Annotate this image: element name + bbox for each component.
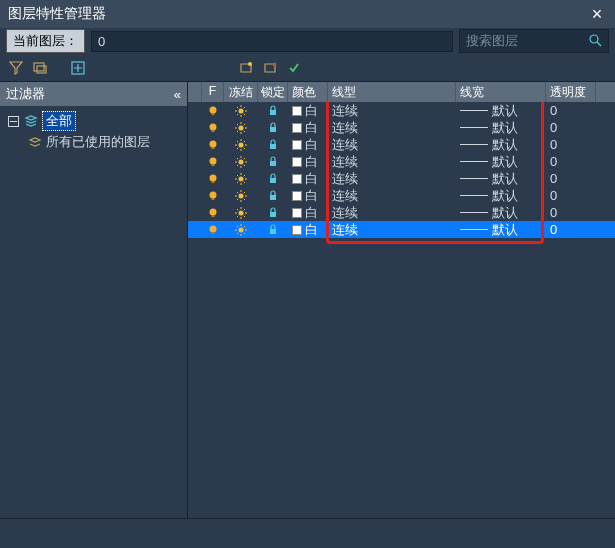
lock-icon[interactable] bbox=[258, 190, 288, 202]
bulb-icon[interactable] bbox=[202, 173, 224, 185]
lineweight-cell[interactable]: 默认 bbox=[456, 102, 546, 120]
current-layer-label: 当前图层： bbox=[6, 29, 85, 53]
new-group-filter-icon[interactable] bbox=[30, 58, 50, 78]
bulb-icon[interactable] bbox=[202, 224, 224, 236]
lock-icon[interactable] bbox=[258, 139, 288, 151]
bulb-icon[interactable] bbox=[202, 207, 224, 219]
new-filter-icon[interactable] bbox=[6, 58, 26, 78]
svg-point-0 bbox=[590, 35, 598, 43]
svg-line-30 bbox=[243, 130, 244, 131]
lock-icon[interactable] bbox=[258, 224, 288, 236]
svg-rect-105 bbox=[270, 229, 276, 234]
search-input[interactable]: 搜索图层 bbox=[459, 29, 609, 53]
tree-root-row[interactable]: 全部 bbox=[6, 110, 181, 132]
bulb-icon[interactable] bbox=[202, 139, 224, 151]
color-cell[interactable]: 白 bbox=[288, 221, 328, 239]
transparency-cell[interactable]: 0 bbox=[546, 188, 596, 203]
color-cell[interactable]: 白 bbox=[288, 102, 328, 120]
window-title: 图层特性管理器 bbox=[8, 5, 106, 23]
table-row[interactable]: 白连续默认0 bbox=[188, 204, 615, 221]
linetype-cell[interactable]: 连续 bbox=[328, 119, 456, 137]
sun-icon[interactable] bbox=[224, 173, 258, 185]
table-row[interactable]: 白连续默认0 bbox=[188, 221, 615, 238]
sun-icon[interactable] bbox=[224, 207, 258, 219]
svg-line-55 bbox=[237, 164, 238, 165]
color-cell[interactable]: 白 bbox=[288, 187, 328, 205]
lineweight-cell[interactable]: 默认 bbox=[456, 221, 546, 239]
color-cell[interactable]: 白 bbox=[288, 204, 328, 222]
svg-rect-81 bbox=[270, 195, 276, 200]
sun-icon[interactable] bbox=[224, 105, 258, 117]
col-freeze[interactable]: 冻结 bbox=[224, 82, 258, 102]
bulb-icon[interactable] bbox=[202, 122, 224, 134]
lineweight-cell[interactable]: 默认 bbox=[456, 136, 546, 154]
sun-icon[interactable] bbox=[224, 156, 258, 168]
lineweight-cell[interactable]: 默认 bbox=[456, 119, 546, 137]
lineweight-cell[interactable]: 默认 bbox=[456, 153, 546, 171]
svg-line-19 bbox=[237, 113, 238, 114]
svg-line-102 bbox=[243, 232, 244, 233]
collapse-minus-icon[interactable] bbox=[6, 114, 20, 128]
col-transparency[interactable]: 透明度 bbox=[546, 82, 596, 102]
table-row[interactable]: 白连续默认0 bbox=[188, 187, 615, 204]
col-lock[interactable]: 锁定 bbox=[258, 82, 288, 102]
lock-icon[interactable] bbox=[258, 173, 288, 185]
transparency-cell[interactable]: 0 bbox=[546, 154, 596, 169]
col-lineweight[interactable]: 线宽 bbox=[456, 82, 546, 102]
new-layer-icon[interactable] bbox=[236, 58, 256, 78]
linetype-cell[interactable]: 连续 bbox=[328, 221, 456, 239]
transparency-cell[interactable]: 0 bbox=[546, 103, 596, 118]
set-current-icon[interactable] bbox=[284, 58, 304, 78]
linetype-cell[interactable]: 连续 bbox=[328, 153, 456, 171]
table-row[interactable]: 白连续默认0 bbox=[188, 136, 615, 153]
collapse-filter-icon[interactable]: « bbox=[174, 87, 181, 102]
transparency-cell[interactable]: 0 bbox=[546, 222, 596, 237]
linetype-cell[interactable]: 连续 bbox=[328, 136, 456, 154]
lineweight-cell[interactable]: 默认 bbox=[456, 170, 546, 188]
transparency-cell[interactable]: 0 bbox=[546, 137, 596, 152]
lineweight-cell[interactable]: 默认 bbox=[456, 187, 546, 205]
color-cell[interactable]: 白 bbox=[288, 136, 328, 154]
svg-line-41 bbox=[237, 141, 238, 142]
bulb-icon[interactable] bbox=[202, 156, 224, 168]
sun-icon[interactable] bbox=[224, 122, 258, 134]
transparency-cell[interactable]: 0 bbox=[546, 120, 596, 135]
delete-layer-icon[interactable] bbox=[260, 58, 280, 78]
bulb-icon[interactable] bbox=[202, 190, 224, 202]
color-cell[interactable]: 白 bbox=[288, 153, 328, 171]
col-on[interactable]: F bbox=[202, 82, 224, 102]
svg-point-34 bbox=[209, 140, 216, 147]
color-cell[interactable]: 白 bbox=[288, 119, 328, 137]
table-row[interactable]: 白连续默认0 bbox=[188, 102, 615, 119]
col-linetype[interactable]: 线型 bbox=[328, 82, 456, 102]
linetype-cell[interactable]: 连续 bbox=[328, 204, 456, 222]
close-icon[interactable]: × bbox=[587, 4, 607, 25]
color-cell[interactable]: 白 bbox=[288, 170, 328, 188]
linetype-cell[interactable]: 连续 bbox=[328, 187, 456, 205]
col-status[interactable] bbox=[188, 82, 202, 102]
transparency-cell[interactable]: 0 bbox=[546, 205, 596, 220]
lock-icon[interactable] bbox=[258, 207, 288, 219]
title-bar: 图层特性管理器 × bbox=[0, 0, 615, 28]
table-row[interactable]: 白连续默认0 bbox=[188, 170, 615, 187]
svg-line-31 bbox=[237, 130, 238, 131]
lineweight-cell[interactable]: 默认 bbox=[456, 204, 546, 222]
sun-icon[interactable] bbox=[224, 224, 258, 236]
lock-icon[interactable] bbox=[258, 122, 288, 134]
svg-line-80 bbox=[243, 192, 244, 193]
linetype-cell[interactable]: 连续 bbox=[328, 170, 456, 188]
linetype-cell[interactable]: 连续 bbox=[328, 102, 456, 120]
table-row[interactable]: 白连续默认0 bbox=[188, 153, 615, 170]
bulb-icon[interactable] bbox=[202, 105, 224, 117]
sun-icon[interactable] bbox=[224, 190, 258, 202]
lock-icon[interactable] bbox=[258, 105, 288, 117]
sun-icon[interactable] bbox=[224, 139, 258, 151]
table-row[interactable]: 白连续默认0 bbox=[188, 119, 615, 136]
transparency-cell[interactable]: 0 bbox=[546, 171, 596, 186]
layer-states-icon[interactable] bbox=[68, 58, 88, 78]
lock-icon[interactable] bbox=[258, 156, 288, 168]
tree-child-row[interactable]: 所有已使用的图层 bbox=[6, 132, 181, 152]
col-color[interactable]: 颜色 bbox=[288, 82, 328, 102]
current-layer-row: 当前图层： 0 搜索图层 bbox=[0, 28, 615, 54]
svg-rect-59 bbox=[211, 181, 214, 183]
